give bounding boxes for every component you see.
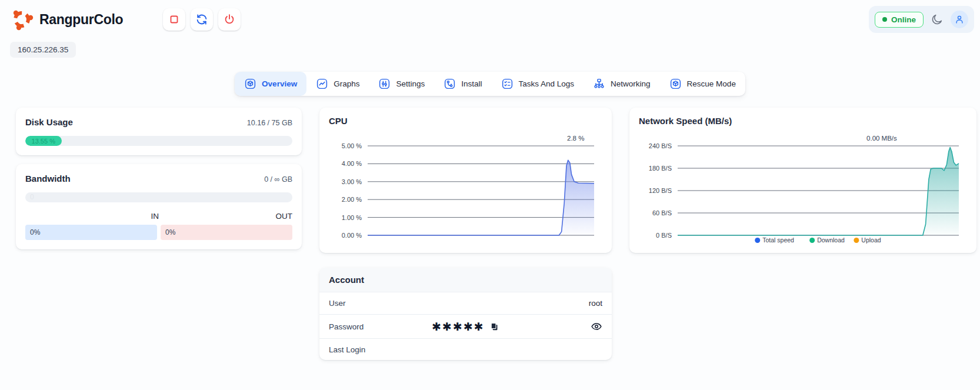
password-label: Password [329, 322, 432, 331]
eye-icon [591, 321, 602, 332]
left-column: Disk Usage 10.16 / 75 GB 13.55 % Bandwid… [16, 108, 302, 249]
bandwidth-card: Bandwidth 0 / ∞ GB 0 IN OUT 0% 0% [16, 164, 302, 249]
tab-graphs[interactable]: Graphs [306, 72, 369, 96]
cube-icon [669, 78, 682, 90]
user-value: root [466, 299, 603, 308]
user-icon [954, 14, 965, 25]
bandwidth-out-bar: 0% [161, 225, 292, 240]
tab-tasks-and-logs[interactable]: Tasks And Logs [492, 72, 584, 96]
svg-text:240 B/S: 240 B/S [649, 142, 672, 149]
power-off-button[interactable] [218, 8, 241, 31]
line-chart-icon [316, 78, 328, 90]
account-user-row: User root [319, 292, 612, 314]
tab-rescue-mode[interactable]: Rescue Mode [660, 72, 745, 96]
svg-text:5.00 %: 5.00 % [342, 142, 362, 149]
disk-usage-title: Disk Usage [25, 117, 73, 127]
bandwidth-progress-label: 0 [30, 193, 34, 201]
bandwidth-in-bar: 0% [25, 225, 157, 240]
disk-usage-value: 10.16 / 75 GB [247, 119, 292, 127]
tab-label: Tasks And Logs [519, 79, 575, 88]
bandwidth-out-percent: 0% [165, 228, 175, 236]
disk-usage-card: Disk Usage 10.16 / 75 GB 13.55 % [16, 108, 302, 155]
cube-icon [244, 78, 256, 90]
bandwidth-in-percent: 0% [30, 228, 40, 236]
svg-text:60 B/S: 60 B/S [652, 209, 672, 216]
svg-text:3.00 %: 3.00 % [342, 178, 362, 185]
bandwidth-title: Bandwidth [25, 174, 71, 184]
cpu-chart: 5.00 %4.00 %3.00 %2.00 %1.00 %0.00 %2.8 … [329, 127, 602, 248]
svg-text:2.8 %: 2.8 % [567, 135, 584, 142]
disk-usage-percent-label: 13.55 % [32, 138, 55, 145]
tab-install[interactable]: Install [434, 72, 491, 96]
svg-text:0.00 MB/s: 0.00 MB/s [866, 135, 897, 142]
restart-server-button[interactable] [191, 8, 213, 31]
bandwidth-in-label: IN [25, 212, 159, 221]
page-title: RangpurColo [39, 12, 123, 28]
sliders-icon [378, 78, 391, 90]
password-masked-value: ✱✱✱✱✱ [432, 321, 485, 332]
copy-password-button[interactable] [489, 322, 499, 332]
main-tabbar: Overview Graphs Settings [235, 72, 745, 96]
tab-settings[interactable]: Settings [369, 72, 434, 96]
tab-label: Rescue Mode [687, 79, 736, 88]
server-power-actions [163, 8, 241, 31]
account-title: Account [319, 268, 612, 292]
svg-text:4.00 %: 4.00 % [342, 160, 362, 167]
disk-usage-progress-fill: 13.55 % [25, 136, 62, 146]
online-dot-icon [882, 17, 887, 22]
header: RangpurColo Online [0, 0, 980, 33]
disk-usage-progressbar: 13.55 % [25, 136, 292, 146]
refresh-icon [195, 13, 208, 26]
server-ip-address[interactable]: 160.25.226.35 [10, 42, 76, 58]
tab-label: Networking [611, 79, 651, 88]
status-badge: Online [875, 12, 924, 28]
tab-networking[interactable]: Networking [584, 72, 660, 96]
svg-text:0.00 %: 0.00 % [342, 232, 362, 239]
bandwidth-out-label: OUT [159, 212, 292, 221]
dashboard-grid: Disk Usage 10.16 / 75 GB 13.55 % Bandwid… [0, 96, 980, 360]
git-branch-icon [444, 78, 456, 90]
svg-text:0 B/S: 0 B/S [656, 232, 672, 239]
tab-label: Graphs [334, 79, 359, 88]
network-tree-icon [593, 78, 605, 90]
header-status-cluster: Online [869, 6, 974, 33]
copy-icon [489, 322, 499, 332]
show-password-button[interactable] [591, 321, 602, 332]
svg-text:Total speed: Total speed [762, 236, 794, 244]
svg-text:Download: Download [817, 236, 845, 244]
tab-overview[interactable]: Overview [235, 72, 306, 96]
user-menu-button[interactable] [951, 11, 968, 28]
svg-text:Upload: Upload [861, 236, 881, 244]
last-login-label: Last Login [329, 345, 466, 354]
power-icon [223, 13, 236, 26]
account-card: Account User root Password ✱✱✱✱✱ [319, 268, 612, 360]
tab-label: Overview [262, 79, 297, 88]
status-label: Online [891, 15, 916, 24]
account-last-login-row: Last Login [319, 338, 612, 360]
bandwidth-value: 0 / ∞ GB [264, 175, 292, 184]
svg-text:1.00 %: 1.00 % [342, 214, 362, 221]
stop-server-button[interactable] [163, 8, 185, 31]
svg-text:120 B/S: 120 B/S [649, 187, 672, 194]
stop-icon [168, 13, 181, 26]
account-password-row: Password ✱✱✱✱✱ [319, 314, 612, 338]
tab-label: Settings [396, 79, 425, 88]
checklist-icon [501, 78, 514, 90]
network-speed-card: Network Speed (MB/s) 240 B/S180 B/S120 B… [629, 108, 976, 253]
ubuntu-logo-icon [10, 8, 34, 31]
cpu-card: CPU 5.00 %4.00 %3.00 %2.00 %1.00 %0.00 %… [319, 108, 612, 253]
tab-label: Install [461, 79, 482, 88]
cpu-chart-title: CPU [329, 116, 602, 126]
svg-text:180 B/S: 180 B/S [649, 165, 672, 172]
brand: RangpurColo [10, 8, 123, 31]
middle-column: CPU 5.00 %4.00 %3.00 %2.00 %1.00 %0.00 %… [319, 108, 612, 360]
dark-mode-toggle[interactable] [931, 13, 944, 26]
network-chart-title: Network Speed (MB/s) [639, 116, 967, 126]
bandwidth-progressbar: 0 [25, 192, 292, 202]
network-speed-chart: 240 B/S180 B/S120 B/S60 B/S0 B/S0.00 MB/… [639, 127, 967, 248]
user-label: User [329, 299, 466, 308]
svg-text:2.00 %: 2.00 % [342, 196, 362, 203]
right-column: Network Speed (MB/s) 240 B/S180 B/S120 B… [629, 108, 976, 253]
moon-icon [931, 13, 944, 26]
